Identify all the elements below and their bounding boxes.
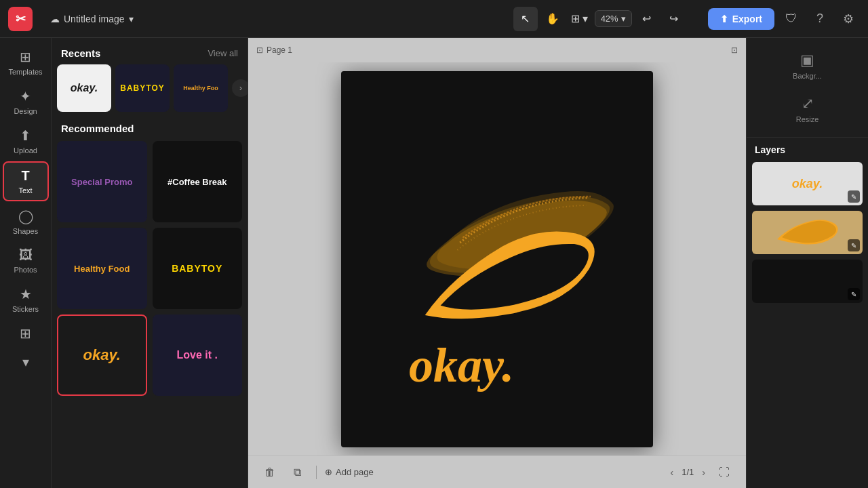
layers-panel: Layers okay. ✎ ✎ ✎: [747, 138, 868, 488]
template-label: Healthy Food: [74, 264, 130, 274]
layer-edit-icon: ✎: [848, 288, 860, 300]
layer-edit-icon: ✎: [848, 239, 860, 251]
sidebar-item-more[interactable]: ⊞: [3, 320, 49, 347]
shapes-icon: ◯: [18, 208, 33, 224]
canvas-top-bar: ⊡ Page 1 ⊡: [248, 38, 746, 62]
sidebar-item-label: Upload: [14, 146, 37, 155]
page-icon: ⊡: [256, 45, 263, 55]
zoom-level: 42%: [601, 14, 618, 24]
templates-grid: Special Promo #Coffee Break Healthy Food…: [52, 141, 248, 404]
redo-button[interactable]: ↪: [662, 7, 686, 31]
document-title-button[interactable]: ☁ Untitled image ▾: [43, 11, 140, 27]
sidebar-item-label: Design: [14, 107, 37, 115]
layer-item-swoosh[interactable]: ✎: [752, 211, 863, 254]
delete-page-button[interactable]: 🗑: [259, 462, 281, 483]
layer-item-okay[interactable]: okay. ✎: [752, 162, 863, 205]
template-love-it[interactable]: Love it .: [153, 314, 243, 396]
sidebar-item-photos[interactable]: 🖼 Photos: [3, 242, 49, 279]
help-button[interactable]: ?: [808, 7, 831, 30]
resize-label: Resize: [796, 115, 819, 123]
resize-tool[interactable]: ⤢ Resize: [752, 88, 863, 130]
left-panel: Recents View all okay. BABYTOY Healthy F…: [52, 38, 248, 488]
sidebar-item-label: Templates: [8, 68, 42, 76]
page-text: Page 1: [267, 45, 292, 55]
photos-icon: 🖼: [19, 247, 33, 263]
page-count: 1/1: [682, 467, 694, 477]
title-chevron-icon: ▾: [129, 14, 134, 24]
document-title: Untitled image: [64, 14, 125, 24]
separator: [316, 466, 317, 479]
sidebar-item-shapes[interactable]: ◯ Shapes: [3, 203, 49, 241]
template-babytoy[interactable]: BABYTOY: [153, 228, 243, 309]
sidebar-item-label: Shapes: [13, 227, 38, 235]
app-logo: ✂: [8, 7, 33, 31]
export-label: Export: [732, 14, 762, 24]
background-tool[interactable]: ▣ Backgr...: [752, 45, 863, 87]
layer-swoosh-preview: [774, 216, 842, 249]
collapse-icon: ▾: [22, 354, 29, 370]
select-tool-button[interactable]: ↖: [513, 7, 538, 31]
sidebar-item-label: Photos: [14, 266, 37, 274]
add-page-label: Add page: [336, 467, 374, 477]
next-page-button[interactable]: ›: [699, 466, 708, 479]
canvas-svg-graphic: okay.: [341, 105, 653, 447]
prev-page-button[interactable]: ‹: [668, 466, 677, 479]
export-button[interactable]: ⬆ Export: [708, 8, 774, 30]
sidebar-item-label: Stickers: [12, 305, 39, 313]
template-okay[interactable]: okay.: [57, 314, 147, 396]
sidebar-item-templates[interactable]: ⊞ Templates: [3, 43, 49, 81]
sidebar-item-collapse[interactable]: ▾: [3, 348, 49, 375]
add-page-button[interactable]: ⊕ Add page: [325, 467, 374, 477]
right-panel-tools: ▣ Backgr... ⤢ Resize: [747, 38, 868, 138]
template-label: okay.: [83, 346, 121, 364]
recents-next-arrow[interactable]: ›: [232, 79, 248, 97]
canvas[interactable]: okay.: [341, 71, 653, 447]
template-special-promo[interactable]: Special Promo: [57, 141, 147, 222]
canvas-area: ⊡ Page 1 ⊡: [248, 38, 746, 488]
topbar: ✂ ☁ Untitled image ▾ ↖ ✋ ⊞ ▾ 42% ▾ ↩ ↪ ⬆…: [0, 0, 868, 38]
page-navigation: ‹ 1/1 › ⛶: [668, 462, 735, 483]
more-icon: ⊞: [20, 325, 31, 342]
recent-item-babytoy[interactable]: BABYTOY: [115, 64, 170, 112]
template-label: Special Promo: [71, 177, 132, 187]
template-healthy-food[interactable]: Healthy Food: [57, 228, 147, 309]
toolbar-tools: ↖ ✋ ⊞ ▾ 42% ▾ ↩ ↪: [513, 7, 686, 31]
duplicate-page-button[interactable]: ⧉: [286, 462, 308, 483]
canvas-bottom-bar: 🗑 ⧉ ⊕ Add page ‹ 1/1 › ⛶: [248, 455, 746, 488]
background-icon: ▣: [800, 52, 814, 69]
canvas-okay-text: okay.: [409, 338, 514, 392]
text-icon: T: [21, 168, 29, 184]
layer-okay-text: okay.: [792, 177, 823, 191]
templates-icon: ⊞: [20, 49, 31, 65]
design-icon: ✦: [20, 88, 31, 104]
template-label: Love it .: [177, 349, 218, 361]
shield-button[interactable]: 🛡: [780, 7, 803, 30]
background-label: Backgr...: [793, 72, 822, 80]
zoom-chevron-icon: ▾: [621, 14, 626, 24]
hand-tool-button[interactable]: ✋: [540, 7, 565, 31]
fullscreen-button[interactable]: ⛶: [713, 462, 735, 483]
cloud-icon: ☁: [50, 14, 60, 24]
recent-item-okay[interactable]: okay.: [57, 64, 111, 112]
template-label: #Coffee Break: [167, 177, 226, 187]
page-label: ⊡ Page 1: [256, 45, 292, 55]
recents-title: Recents: [61, 47, 100, 59]
upload-icon: ⬆: [20, 127, 31, 144]
resize-icon: ⤢: [802, 95, 814, 113]
layer-item-background[interactable]: ✎: [752, 260, 863, 303]
canvas-bottom-left: 🗑 ⧉ ⊕ Add page: [259, 462, 374, 483]
recent-item-healthy[interactable]: Healthy Foo: [174, 64, 228, 112]
sidebar-item-stickers[interactable]: ★ Stickers: [3, 281, 49, 319]
undo-button[interactable]: ↩: [635, 7, 659, 31]
view-all-link[interactable]: View all: [208, 48, 238, 58]
layout-tool-button[interactable]: ⊞ ▾: [568, 7, 592, 31]
sidebar-item-text[interactable]: T Text: [3, 161, 49, 201]
zoom-selector[interactable]: 42% ▾: [595, 10, 632, 27]
sidebar-item-label: Text: [18, 186, 32, 195]
sidebar-item-design[interactable]: ✦ Design: [3, 83, 49, 121]
main-content: ⊞ Templates ✦ Design ⬆ Upload T Text ◯ S…: [0, 38, 868, 488]
settings-button[interactable]: ⚙: [837, 7, 860, 30]
sidebar-item-upload[interactable]: ⬆ Upload: [3, 122, 49, 160]
template-coffee-break[interactable]: #Coffee Break: [153, 141, 243, 222]
icon-sidebar: ⊞ Templates ✦ Design ⬆ Upload T Text ◯ S…: [0, 38, 52, 488]
